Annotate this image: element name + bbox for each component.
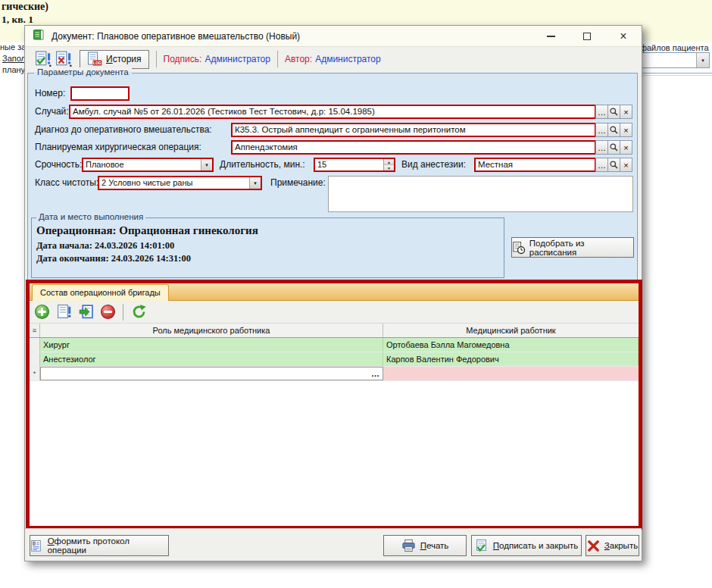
- search-button[interactable]: [607, 123, 620, 137]
- close-label: Закрыть: [604, 541, 638, 550]
- edit-row-button[interactable]: [55, 303, 73, 321]
- worker-cell[interactable]: Ортобаева Бэлла Магомедовна: [383, 338, 639, 352]
- dialog-footer: Оформить протокол операции Печать: [25, 528, 642, 561]
- maximize-button[interactable]: [579, 29, 595, 44]
- diagnosis-input[interactable]: К35.3. Острый аппендицит с ограниченным …: [231, 123, 596, 137]
- print-button[interactable]: Печать: [383, 535, 467, 556]
- operating-room-line: Операционная: Опрационная гинекология: [36, 224, 258, 237]
- table-row[interactable]: Анестезиолог Карпов Валентин Федорович: [30, 352, 639, 367]
- close-button[interactable]: Закрыть: [586, 535, 639, 556]
- column-header-worker[interactable]: Медицинский работник: [383, 324, 639, 337]
- start-date-line: Дата начала: 24.03.2026 14:01:00: [36, 240, 174, 252]
- ellipsis-button[interactable]: …: [595, 158, 608, 172]
- role-cell[interactable]: Анестезиолог: [40, 352, 383, 366]
- screen: гические) 1, кв. 1 ные за Запол плану в …: [0, 0, 712, 588]
- anesthesia-input[interactable]: Местная: [474, 158, 596, 172]
- spin-down-icon[interactable]: ▼: [384, 165, 394, 170]
- minimize-button[interactable]: [543, 29, 558, 44]
- urgency-combo[interactable]: Плановое ▼: [82, 158, 214, 172]
- sign-document-button[interactable]: [33, 49, 53, 69]
- row-selector-header[interactable]: ≡: [30, 324, 40, 337]
- signature-label: Подпись:: [164, 54, 202, 64]
- date-place-group: Дата и место выполнения Операционная: Оп…: [31, 217, 504, 278]
- case-label: Случай:: [35, 105, 69, 119]
- pick-from-schedule-button[interactable]: Подобрать из расписания: [511, 237, 634, 258]
- create-protocol-button[interactable]: Оформить протокол операции: [30, 535, 169, 556]
- new-role-cell[interactable]: …: [40, 367, 383, 380]
- case-input[interactable]: Амбул. случай №5 от 26.01.2026 (Тестиков…: [69, 105, 596, 119]
- background-divider: [640, 73, 712, 76]
- import-row-button[interactable]: [77, 303, 95, 321]
- close-x-icon: [587, 540, 600, 552]
- duration-spinner[interactable]: 15 ▲ ▼: [314, 158, 395, 172]
- printer-icon: [401, 539, 416, 553]
- delete-row-button[interactable]: [98, 303, 117, 321]
- chevron-down-icon[interactable]: ▼: [201, 159, 212, 170]
- new-worker-cell[interactable]: [383, 367, 639, 380]
- history-log-icon: LOG: [87, 52, 102, 67]
- team-table: ≡ Роль медицинского работника Медицински…: [30, 324, 639, 526]
- table-row[interactable]: Хирург Ортобаева Бэлла Магомедовна: [30, 338, 639, 352]
- operation-label: Планируемая хирургическая операция:: [35, 140, 201, 155]
- title-bar[interactable]: Документ: Плановое оперативное вмешатель…: [25, 26, 642, 47]
- add-row-button[interactable]: [33, 303, 51, 321]
- ellipsis-button[interactable]: …: [595, 140, 608, 155]
- table-new-row[interactable]: * …: [30, 367, 639, 381]
- svg-text:LOG: LOG: [93, 61, 101, 65]
- search-button[interactable]: [607, 158, 620, 172]
- cleanliness-combo[interactable]: 2 Условно чистые раны ▼: [98, 176, 262, 190]
- worker-cell[interactable]: Карпов Валентин Федорович: [383, 352, 639, 366]
- toolbar-separator: [277, 51, 278, 67]
- ellipsis-button[interactable]: …: [368, 369, 383, 378]
- print-label: Печать: [420, 541, 449, 550]
- create-protocol-label: Оформить протокол операции: [48, 536, 168, 555]
- group-title: Параметры документа: [34, 67, 132, 77]
- clear-button[interactable]: ×: [620, 123, 632, 137]
- role-cell[interactable]: Хирург: [40, 338, 383, 352]
- operation-lookup-buttons: … ×: [596, 140, 632, 155]
- new-row-marker: *: [30, 367, 40, 380]
- protocol-document-icon: [30, 540, 43, 552]
- operation-document-dialog: Документ: Плановое оперативное вмешатель…: [24, 25, 642, 561]
- table-header-row: ≡ Роль медицинского работника Медицински…: [30, 324, 639, 338]
- anesthesia-label: Вид анестезии:: [401, 158, 466, 172]
- sign-and-close-button[interactable]: Подписать и закрыть: [471, 535, 582, 556]
- chevron-down-icon[interactable]: ▼: [696, 53, 709, 67]
- history-button[interactable]: LOG История: [80, 50, 149, 69]
- number-input[interactable]: [70, 86, 130, 101]
- window-title: Документ: Плановое оперативное вмешатель…: [52, 31, 300, 42]
- background-text-line1: гические): [2, 1, 48, 13]
- operation-input[interactable]: Аппендэктомия: [231, 140, 596, 155]
- team-toolbar: [30, 301, 639, 324]
- author-value: Администратор: [315, 54, 381, 64]
- ellipsis-button[interactable]: …: [595, 123, 608, 137]
- close-window-button[interactable]: ×: [616, 29, 631, 44]
- patient-files-combo[interactable]: ▼: [640, 52, 710, 68]
- note-textarea[interactable]: [328, 176, 633, 212]
- ellipsis-button[interactable]: …: [595, 105, 608, 119]
- search-button[interactable]: [607, 105, 620, 119]
- pick-from-schedule-label: Подобрать из расписания: [529, 239, 633, 257]
- search-icon: [609, 142, 619, 152]
- clear-button[interactable]: ×: [620, 140, 632, 155]
- signature-value: Администратор: [205, 54, 270, 64]
- operating-team-section: Состав операционной бригады: [26, 280, 642, 530]
- search-button[interactable]: [607, 140, 620, 155]
- column-header-role[interactable]: Роль медицинского работника: [40, 324, 383, 337]
- spin-up-icon[interactable]: ▲: [384, 159, 394, 165]
- document-book-icon: [33, 29, 45, 43]
- tab-operating-team[interactable]: Состав операционной бригады: [32, 284, 169, 301]
- clear-button[interactable]: ×: [620, 158, 632, 172]
- search-icon: [609, 125, 619, 135]
- search-icon: [609, 107, 619, 117]
- tab-strip: Состав операционной бригады: [30, 283, 639, 301]
- background-text-fragment: плану: [2, 65, 25, 74]
- toolbar-separator: [123, 304, 123, 321]
- background-link-fragment[interactable]: Запол: [2, 54, 26, 63]
- clear-button[interactable]: ×: [620, 105, 632, 119]
- reject-document-button[interactable]: [53, 49, 73, 69]
- refresh-button[interactable]: [130, 303, 148, 321]
- cleanliness-label: Класс чистоты:: [35, 176, 98, 190]
- duration-label: Длительность, мин.:: [220, 158, 305, 172]
- chevron-down-icon[interactable]: ▼: [249, 177, 261, 189]
